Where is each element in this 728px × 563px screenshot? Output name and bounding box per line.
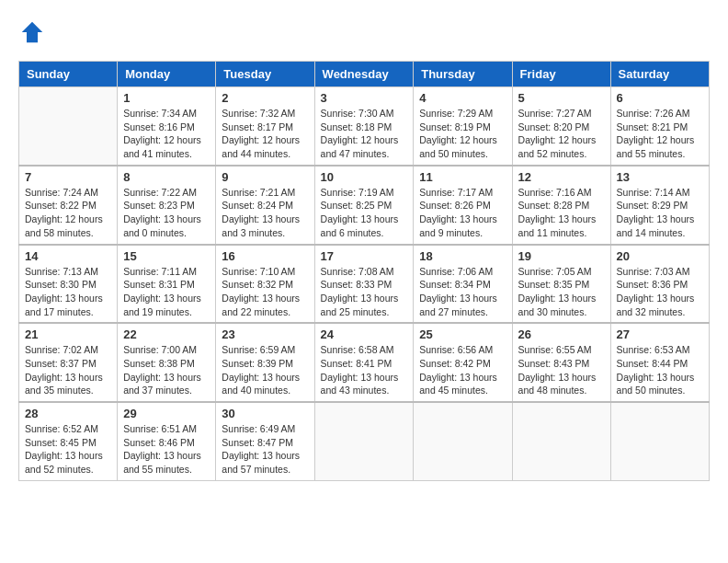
day-number: 11 (419, 170, 506, 184)
calendar-cell: 4Sunrise: 7:29 AM Sunset: 8:19 PM Daylig… (414, 87, 512, 166)
day-info: Sunrise: 6:52 AM Sunset: 8:45 PM Dayligh… (25, 422, 111, 477)
day-of-week-header: Wednesday (314, 62, 414, 87)
calendar-cell: 14Sunrise: 7:13 AM Sunset: 8:30 PM Dayli… (19, 245, 118, 324)
day-info: Sunrise: 7:05 AM Sunset: 8:35 PM Dayligh… (518, 265, 605, 319)
calendar-cell: 24Sunrise: 6:58 AM Sunset: 8:41 PM Dayli… (314, 323, 414, 402)
day-info: Sunrise: 7:24 AM Sunset: 8:22 PM Dayligh… (25, 186, 111, 240)
calendar-cell (314, 402, 414, 480)
day-number: 23 (222, 327, 308, 341)
day-number: 29 (123, 407, 210, 420)
day-info: Sunrise: 7:32 AM Sunset: 8:17 PM Dayligh… (222, 107, 308, 161)
calendar-cell: 3Sunrise: 7:30 AM Sunset: 8:18 PM Daylig… (314, 87, 414, 166)
calendar-cell: 19Sunrise: 7:05 AM Sunset: 8:35 PM Dayli… (512, 245, 610, 324)
calendar-week-row: 14Sunrise: 7:13 AM Sunset: 8:30 PM Dayli… (19, 245, 710, 324)
day-number: 15 (123, 249, 210, 263)
calendar-cell: 20Sunrise: 7:03 AM Sunset: 8:36 PM Dayli… (610, 245, 709, 324)
calendar-week-row: 28Sunrise: 6:52 AM Sunset: 8:45 PM Dayli… (19, 402, 710, 480)
logo (18, 18, 50, 46)
calendar-cell (19, 87, 118, 166)
calendar-table: SundayMondayTuesdayWednesdayThursdayFrid… (18, 61, 710, 481)
calendar-cell: 27Sunrise: 6:53 AM Sunset: 8:44 PM Dayli… (610, 323, 709, 402)
day-info: Sunrise: 6:49 AM Sunset: 8:47 PM Dayligh… (222, 422, 308, 477)
day-info: Sunrise: 7:08 AM Sunset: 8:33 PM Dayligh… (321, 265, 408, 319)
day-of-week-header: Tuesday (216, 62, 314, 87)
day-info: Sunrise: 7:13 AM Sunset: 8:30 PM Dayligh… (25, 265, 111, 319)
day-info: Sunrise: 7:11 AM Sunset: 8:31 PM Dayligh… (123, 265, 210, 319)
day-of-week-header: Thursday (414, 62, 512, 87)
calendar-cell: 30Sunrise: 6:49 AM Sunset: 8:47 PM Dayli… (216, 402, 314, 480)
day-of-week-header: Friday (512, 62, 610, 87)
day-of-week-header: Saturday (610, 62, 709, 87)
calendar-cell: 28Sunrise: 6:52 AM Sunset: 8:45 PM Dayli… (19, 402, 118, 480)
calendar-cell: 15Sunrise: 7:11 AM Sunset: 8:31 PM Dayli… (118, 245, 216, 324)
day-info: Sunrise: 7:02 AM Sunset: 8:37 PM Dayligh… (25, 343, 111, 397)
day-number: 21 (25, 327, 111, 341)
day-number: 20 (617, 249, 703, 263)
day-info: Sunrise: 7:26 AM Sunset: 8:21 PM Dayligh… (617, 107, 703, 161)
day-number: 3 (321, 91, 408, 105)
calendar-cell: 23Sunrise: 6:59 AM Sunset: 8:39 PM Dayli… (216, 323, 314, 402)
day-number: 8 (123, 170, 210, 184)
page-header (18, 18, 710, 46)
day-info: Sunrise: 7:22 AM Sunset: 8:23 PM Dayligh… (123, 186, 210, 240)
day-number: 25 (419, 327, 506, 341)
calendar-cell: 1Sunrise: 7:34 AM Sunset: 8:16 PM Daylig… (118, 87, 216, 166)
day-info: Sunrise: 7:27 AM Sunset: 8:20 PM Dayligh… (518, 107, 605, 161)
day-number: 9 (222, 170, 308, 184)
day-number: 10 (321, 170, 408, 184)
day-info: Sunrise: 7:21 AM Sunset: 8:24 PM Dayligh… (222, 186, 308, 240)
day-number: 19 (518, 249, 605, 263)
day-number: 14 (25, 249, 111, 263)
calendar-cell (414, 402, 512, 480)
calendar-cell: 29Sunrise: 6:51 AM Sunset: 8:46 PM Dayli… (118, 402, 216, 480)
calendar-cell: 8Sunrise: 7:22 AM Sunset: 8:23 PM Daylig… (118, 166, 216, 245)
day-info: Sunrise: 6:58 AM Sunset: 8:41 PM Dayligh… (321, 343, 408, 397)
day-info: Sunrise: 7:10 AM Sunset: 8:32 PM Dayligh… (222, 265, 308, 319)
day-info: Sunrise: 6:59 AM Sunset: 8:39 PM Dayligh… (222, 343, 308, 397)
calendar-cell: 11Sunrise: 7:17 AM Sunset: 8:26 PM Dayli… (414, 166, 512, 245)
day-of-week-header: Monday (118, 62, 216, 87)
day-of-week-header: Sunday (19, 62, 118, 87)
calendar-cell: 22Sunrise: 7:00 AM Sunset: 8:38 PM Dayli… (118, 323, 216, 402)
calendar-cell: 25Sunrise: 6:56 AM Sunset: 8:42 PM Dayli… (414, 323, 512, 402)
calendar-week-row: 21Sunrise: 7:02 AM Sunset: 8:37 PM Dayli… (19, 323, 710, 402)
day-info: Sunrise: 7:14 AM Sunset: 8:29 PM Dayligh… (617, 186, 703, 240)
calendar-cell: 13Sunrise: 7:14 AM Sunset: 8:29 PM Dayli… (610, 166, 709, 245)
calendar-cell: 21Sunrise: 7:02 AM Sunset: 8:37 PM Dayli… (19, 323, 118, 402)
svg-marker-0 (22, 22, 43, 43)
day-number: 7 (25, 170, 111, 184)
day-info: Sunrise: 7:34 AM Sunset: 8:16 PM Dayligh… (123, 107, 210, 161)
day-info: Sunrise: 7:29 AM Sunset: 8:19 PM Dayligh… (419, 107, 506, 161)
calendar-cell: 2Sunrise: 7:32 AM Sunset: 8:17 PM Daylig… (216, 87, 314, 166)
day-number: 1 (123, 91, 210, 105)
day-info: Sunrise: 7:16 AM Sunset: 8:28 PM Dayligh… (518, 186, 605, 240)
day-number: 13 (617, 170, 703, 184)
day-info: Sunrise: 7:00 AM Sunset: 8:38 PM Dayligh… (123, 343, 210, 397)
day-number: 6 (617, 91, 703, 105)
day-info: Sunrise: 6:53 AM Sunset: 8:44 PM Dayligh… (617, 343, 703, 397)
day-number: 27 (617, 327, 703, 341)
day-info: Sunrise: 7:30 AM Sunset: 8:18 PM Dayligh… (321, 107, 408, 161)
day-info: Sunrise: 7:17 AM Sunset: 8:26 PM Dayligh… (419, 186, 506, 240)
logo-icon (18, 18, 46, 46)
day-info: Sunrise: 7:19 AM Sunset: 8:25 PM Dayligh… (321, 186, 408, 240)
calendar-week-row: 7Sunrise: 7:24 AM Sunset: 8:22 PM Daylig… (19, 166, 710, 245)
day-info: Sunrise: 6:51 AM Sunset: 8:46 PM Dayligh… (123, 422, 210, 477)
day-info: Sunrise: 7:06 AM Sunset: 8:34 PM Dayligh… (419, 265, 506, 319)
day-info: Sunrise: 6:55 AM Sunset: 8:43 PM Dayligh… (518, 343, 605, 397)
calendar-cell: 17Sunrise: 7:08 AM Sunset: 8:33 PM Dayli… (314, 245, 414, 324)
day-info: Sunrise: 6:56 AM Sunset: 8:42 PM Dayligh… (419, 343, 506, 397)
calendar-cell: 26Sunrise: 6:55 AM Sunset: 8:43 PM Dayli… (512, 323, 610, 402)
calendar-cell: 5Sunrise: 7:27 AM Sunset: 8:20 PM Daylig… (512, 87, 610, 166)
day-number: 4 (419, 91, 506, 105)
day-number: 16 (222, 249, 308, 263)
calendar-cell (610, 402, 709, 480)
day-number: 17 (321, 249, 408, 263)
calendar-cell: 18Sunrise: 7:06 AM Sunset: 8:34 PM Dayli… (414, 245, 512, 324)
calendar-header-row: SundayMondayTuesdayWednesdayThursdayFrid… (19, 62, 710, 87)
day-info: Sunrise: 7:03 AM Sunset: 8:36 PM Dayligh… (617, 265, 703, 319)
calendar-cell: 16Sunrise: 7:10 AM Sunset: 8:32 PM Dayli… (216, 245, 314, 324)
calendar-cell: 7Sunrise: 7:24 AM Sunset: 8:22 PM Daylig… (19, 166, 118, 245)
calendar-cell: 6Sunrise: 7:26 AM Sunset: 8:21 PM Daylig… (610, 87, 709, 166)
day-number: 28 (25, 407, 111, 420)
